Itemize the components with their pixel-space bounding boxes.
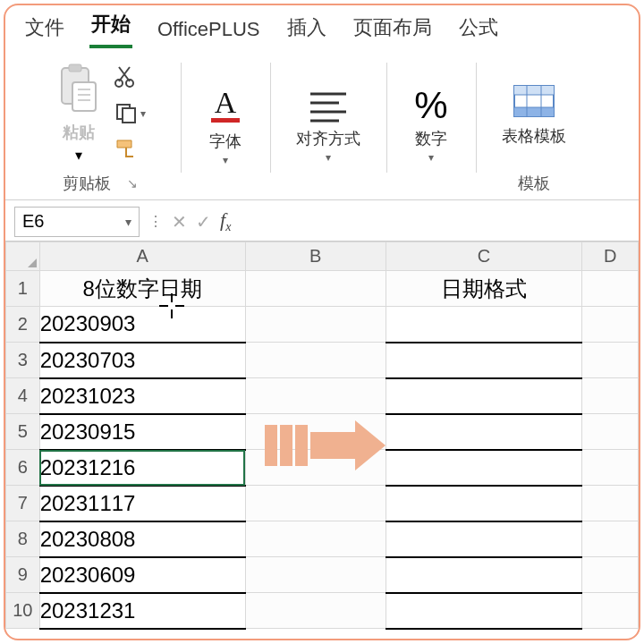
copy-icon[interactable]: ▾ <box>114 101 146 126</box>
clipboard-paste-icon <box>55 63 103 118</box>
cell-selected[interactable]: 20231216 <box>39 450 245 486</box>
tab-home[interactable]: 开始 <box>89 7 132 48</box>
svg-text:A: A <box>215 86 237 119</box>
cell[interactable] <box>386 307 582 343</box>
ribbon-tabs: 文件 开始 OfficePLUS 插入 页面布局 公式 <box>5 5 639 48</box>
cell[interactable] <box>386 521 582 557</box>
select-all-corner[interactable] <box>6 242 40 271</box>
cell[interactable]: 20230609 <box>39 557 245 593</box>
cell[interactable] <box>245 450 386 486</box>
app-frame: 文件 开始 OfficePLUS 插入 页面布局 公式 粘贴 <box>4 4 640 640</box>
row-header[interactable]: 4 <box>6 378 40 414</box>
col-header-b[interactable]: B <box>245 242 386 271</box>
cell[interactable]: 20231231 <box>39 593 245 629</box>
header-cell-a[interactable]: 8位数字日期 <box>39 271 245 307</box>
confirm-icon[interactable]: ✓ <box>196 211 211 233</box>
cell[interactable] <box>386 414 582 450</box>
cell[interactable] <box>245 521 386 557</box>
table-template-button[interactable]: 表格模板 <box>496 80 572 147</box>
formula-input[interactable] <box>240 208 630 235</box>
chevron-down-icon[interactable]: ▾ <box>75 147 82 164</box>
group-font: A 字体 ▾ <box>181 57 270 199</box>
cell[interactable] <box>245 343 386 378</box>
tab-page-layout[interactable]: 页面布局 <box>352 11 434 48</box>
row-header[interactable]: 1 <box>6 271 40 307</box>
svg-rect-1 <box>69 64 81 72</box>
chevron-down-icon[interactable]: ▾ <box>326 151 331 164</box>
chevron-down-icon[interactable]: ▾ <box>125 215 131 229</box>
cell[interactable] <box>386 593 582 629</box>
row-header[interactable]: 2 <box>6 307 40 343</box>
cell[interactable]: 20231117 <box>39 486 245 521</box>
cell[interactable] <box>245 557 386 593</box>
paste-button[interactable]: 粘贴 ▾ <box>55 63 103 164</box>
chevron-down-icon[interactable]: ▾ <box>428 151 434 164</box>
tab-formula[interactable]: 公式 <box>457 11 500 48</box>
fx-icon[interactable]: fx <box>220 208 231 234</box>
cell[interactable] <box>386 486 582 521</box>
align-lines-icon <box>303 85 353 126</box>
tab-file[interactable]: 文件 <box>23 11 66 48</box>
cell[interactable]: 20230808 <box>39 521 245 557</box>
group-templates: 表格模板 模板 <box>476 57 592 199</box>
col-header-d[interactable]: D <box>582 242 639 271</box>
row-header[interactable]: 8 <box>6 521 40 557</box>
cell[interactable] <box>245 414 386 450</box>
row-header[interactable]: 7 <box>6 486 40 521</box>
cell[interactable] <box>582 343 639 378</box>
group-number: % 数字 ▾ <box>386 57 476 199</box>
name-box[interactable]: E6 ▾ <box>14 207 140 237</box>
number-button[interactable]: % 数字 ▾ <box>409 85 453 164</box>
col-header-c[interactable]: C <box>386 242 582 271</box>
cell[interactable] <box>245 271 386 307</box>
cell[interactable]: 20231023 <box>39 378 245 414</box>
col-header-a[interactable]: A <box>39 242 245 271</box>
cell[interactable] <box>582 486 639 521</box>
cell[interactable] <box>582 593 639 629</box>
cell[interactable] <box>245 593 386 629</box>
chevron-down-icon[interactable]: ▾ <box>223 154 228 166</box>
format-painter-icon[interactable] <box>114 135 146 164</box>
cell[interactable] <box>245 307 386 343</box>
worksheet-grid[interactable]: A B C D 1 8位数字日期 日期格式 2 20230903 <box>5 242 639 630</box>
dialog-launcher-icon[interactable]: ↘ <box>127 176 138 191</box>
svg-rect-18 <box>514 107 554 116</box>
table-template-icon <box>509 80 559 123</box>
group-clipboard-label: 剪贴板 <box>63 173 111 194</box>
font-label: 字体 <box>209 131 242 152</box>
cancel-icon[interactable]: ✕ <box>172 211 187 233</box>
cell[interactable] <box>582 378 639 414</box>
cell[interactable] <box>245 486 386 521</box>
cell[interactable] <box>386 343 582 378</box>
cell[interactable]: 20230915 <box>39 414 245 450</box>
font-button[interactable]: A 字体 ▾ <box>197 82 254 166</box>
chevron-down-icon[interactable]: ▾ <box>140 107 146 120</box>
name-box-value: E6 <box>22 211 44 232</box>
svg-rect-11 <box>211 118 240 123</box>
row-header[interactable]: 3 <box>6 343 40 378</box>
percent-icon: % <box>414 85 447 126</box>
cell[interactable] <box>582 557 639 593</box>
row-header[interactable]: 10 <box>6 593 40 629</box>
row-header[interactable]: 6 <box>6 450 40 486</box>
cell[interactable] <box>582 271 639 307</box>
cell[interactable] <box>582 450 639 486</box>
row-header[interactable]: 5 <box>6 414 40 450</box>
cut-icon[interactable] <box>114 64 146 92</box>
table-template-label: 表格模板 <box>502 125 566 147</box>
cell[interactable] <box>582 521 639 557</box>
alignment-button[interactable]: 对齐方式 ▾ <box>291 85 366 164</box>
cell[interactable] <box>386 450 582 486</box>
tab-officeplus[interactable]: OfficePLUS <box>156 14 262 48</box>
row-header[interactable]: 9 <box>6 557 40 593</box>
cell[interactable] <box>386 557 582 593</box>
header-cell-c[interactable]: 日期格式 <box>386 271 582 307</box>
tab-insert[interactable]: 插入 <box>285 11 328 48</box>
cell[interactable] <box>582 414 639 450</box>
cell[interactable] <box>386 378 582 414</box>
cell[interactable]: 20230903 <box>39 307 245 343</box>
cell[interactable] <box>582 307 639 343</box>
svg-rect-17 <box>514 86 554 95</box>
cell[interactable] <box>245 378 386 414</box>
cell[interactable]: 20230703 <box>39 343 245 378</box>
